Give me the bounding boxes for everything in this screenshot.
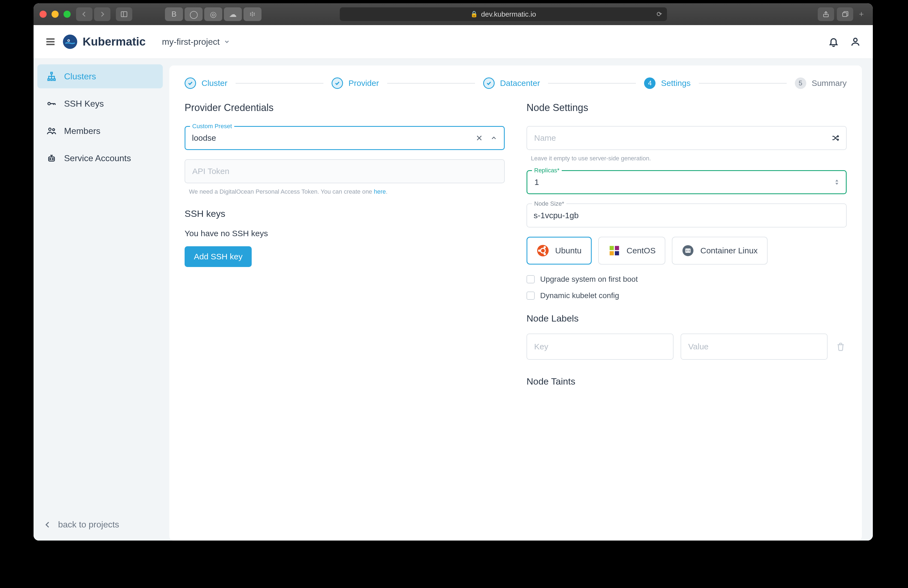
add-ssh-key-button[interactable]: Add SSH key <box>185 246 252 267</box>
checkbox-label: Upgrade system on first boot <box>540 275 638 284</box>
browser-ext-2[interactable]: ◯ <box>185 7 203 21</box>
window-close-icon[interactable] <box>40 11 47 18</box>
node-size-field: Node Size* s-1vcpu-1gb <box>526 203 847 227</box>
reload-icon[interactable]: ⟳ <box>657 10 662 18</box>
node-name-input[interactable] <box>534 133 831 143</box>
replicas-input[interactable] <box>534 177 834 187</box>
check-icon <box>332 77 343 89</box>
clear-icon[interactable]: ✕ <box>476 134 483 143</box>
os-option-label: Container Linux <box>700 246 757 255</box>
sidebar: Clusters SSH Keys Members <box>34 59 167 541</box>
svg-point-26 <box>543 246 546 248</box>
svg-point-27 <box>543 253 546 255</box>
node-size-select[interactable]: s-1vcpu-1gb <box>526 203 847 227</box>
browser-ext-3[interactable]: ◎ <box>204 7 222 21</box>
browser-extension-group: B ◯ ◎ ☁ ፨ <box>165 7 261 21</box>
node-settings-heading: Node Settings <box>526 102 847 113</box>
browser-address-bar[interactable]: 🔒 dev.kubermatic.io ⟳ <box>340 7 667 21</box>
browser-back-button[interactable] <box>76 7 92 21</box>
browser-ext-4[interactable]: ☁ <box>224 7 242 21</box>
step-datacenter[interactable]: Datacenter <box>483 77 540 89</box>
node-name-field <box>526 126 847 150</box>
step-provider[interactable]: Provider <box>332 77 379 89</box>
os-option-centos[interactable]: CentOS <box>598 237 666 264</box>
os-options: Ubuntu CentOS <box>526 237 847 264</box>
step-number: 4 <box>644 77 655 89</box>
upgrade-on-boot-checkbox-row[interactable]: Upgrade system on first boot <box>526 275 847 284</box>
browser-share-button[interactable] <box>818 7 834 21</box>
node-label-value-input[interactable] <box>688 342 821 351</box>
svg-rect-12 <box>48 79 50 81</box>
brand[interactable]: Kubermatic <box>63 34 146 49</box>
api-token-hint: We need a DigitalOcean Personal Access T… <box>189 188 505 195</box>
replicas-stepper[interactable] <box>834 179 839 185</box>
centos-icon <box>608 244 621 257</box>
svg-point-19 <box>50 158 51 159</box>
members-icon <box>46 126 57 136</box>
svg-rect-29 <box>615 246 619 250</box>
svg-rect-11 <box>51 72 52 74</box>
sidebar-item-label: Clusters <box>64 71 96 82</box>
svg-rect-28 <box>610 246 614 250</box>
step-settings[interactable]: 4 Settings <box>644 77 691 89</box>
svg-point-7 <box>63 35 77 49</box>
window-traffic-lights <box>40 11 71 18</box>
field-label: Custom Preset <box>190 123 234 130</box>
checkbox-icon[interactable] <box>526 292 535 300</box>
checkbox-icon[interactable] <box>526 275 535 284</box>
browser-window: B ◯ ◎ ☁ ፨ 🔒 dev.kubermatic.io ⟳ + <box>34 3 873 541</box>
browser-titlebar: B ◯ ◎ ☁ ፨ 🔒 dev.kubermatic.io ⟳ + <box>34 3 873 25</box>
custom-preset-value: loodse <box>192 134 216 143</box>
key-icon <box>46 98 57 109</box>
sidebar-item-service-accounts[interactable]: Service Accounts <box>37 146 163 170</box>
browser-new-tab-button[interactable]: + <box>856 10 867 19</box>
container-linux-icon <box>682 244 694 257</box>
api-token-hint-link[interactable]: here <box>374 188 386 195</box>
chevron-up-icon[interactable] <box>490 134 497 142</box>
node-label-key-input[interactable] <box>534 342 667 351</box>
delete-label-button[interactable] <box>835 341 847 353</box>
browser-tabs-button[interactable] <box>837 7 853 21</box>
shuffle-icon[interactable] <box>831 134 840 142</box>
browser-forward-button[interactable] <box>94 7 110 21</box>
svg-point-10 <box>854 38 857 42</box>
robot-icon <box>46 153 57 164</box>
step-summary[interactable]: 5 Summary <box>795 77 847 89</box>
notifications-button[interactable] <box>826 35 840 49</box>
os-option-container-linux[interactable]: Container Linux <box>672 237 767 264</box>
back-to-projects-link[interactable]: back to projects <box>34 509 167 541</box>
account-button[interactable] <box>848 35 863 49</box>
sidebar-item-label: Service Accounts <box>64 153 131 163</box>
check-icon <box>185 77 196 89</box>
custom-preset-field: Custom Preset loodse ✕ <box>185 126 505 150</box>
step-label: Cluster <box>201 79 227 88</box>
node-name-hint: Leave it empty to use server-side genera… <box>531 155 847 162</box>
svg-point-9 <box>68 40 69 41</box>
sidebar-item-clusters[interactable]: Clusters <box>37 64 163 89</box>
menu-toggle-button[interactable] <box>44 35 57 48</box>
browser-sidebar-button[interactable] <box>116 7 132 21</box>
window-minimize-icon[interactable] <box>52 11 59 18</box>
svg-marker-21 <box>836 179 839 181</box>
project-selector[interactable]: my-first-project <box>162 37 230 47</box>
api-token-input[interactable] <box>192 166 497 176</box>
svg-point-25 <box>538 250 541 252</box>
browser-ext-5[interactable]: ፨ <box>243 7 261 21</box>
sidebar-item-label: SSH Keys <box>64 99 104 109</box>
dynamic-kubelet-checkbox-row[interactable]: Dynamic kubelet config <box>526 291 847 300</box>
project-selector-label: my-first-project <box>162 37 220 47</box>
os-option-ubuntu[interactable]: Ubuntu <box>526 237 592 264</box>
sidebar-item-members[interactable]: Members <box>37 119 163 143</box>
node-size-value: s-1vcpu-1gb <box>534 211 579 220</box>
node-labels-heading: Node Labels <box>526 313 847 324</box>
step-label: Settings <box>661 79 691 88</box>
window-zoom-icon[interactable] <box>64 11 71 18</box>
user-icon <box>850 37 861 47</box>
browser-ext-1[interactable]: B <box>165 7 183 21</box>
sidebar-item-label: Members <box>64 126 100 136</box>
step-number: 5 <box>795 77 806 89</box>
cluster-icon <box>46 71 57 82</box>
sidebar-item-ssh-keys[interactable]: SSH Keys <box>37 92 163 116</box>
bell-icon <box>828 37 839 47</box>
step-cluster[interactable]: Cluster <box>185 77 227 89</box>
